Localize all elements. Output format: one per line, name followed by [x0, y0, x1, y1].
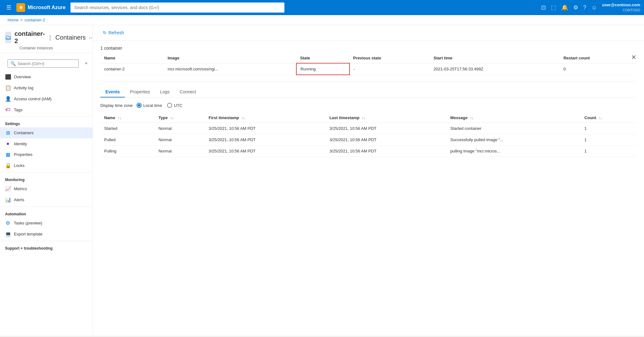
sidebar-search-box[interactable]: 🔍 [8, 59, 79, 68]
radio-local-time[interactable]: Local time [137, 103, 162, 108]
tab-logs[interactable]: Logs [155, 87, 175, 97]
sidebar-item-tags[interactable]: 🏷 Tags [0, 104, 92, 115]
sidebar: 🗂 container-2 | Containers ··· Container… [0, 25, 93, 336]
breadcrumb-current[interactable]: container-2 [25, 18, 45, 22]
event-message: Successfully pulled image "... [446, 134, 580, 146]
more-options-icon[interactable]: ··· [89, 34, 93, 41]
sidebar-item-overview[interactable]: ⬛ Overview [0, 71, 92, 82]
resource-icon: 🗂 [5, 32, 11, 43]
cell-previous-state: - [350, 63, 430, 75]
breadcrumb-home[interactable]: Home [8, 18, 19, 22]
azure-logo: ☀ Microsoft Azure [16, 3, 65, 12]
locks-icon: 🔒 [5, 163, 11, 168]
refresh-button[interactable]: ↻ Refresh [100, 29, 126, 36]
resource-title-row: 🗂 container-2 | Containers ··· [5, 30, 87, 45]
feedback-icon[interactable]: ☺ [591, 4, 597, 11]
cloud-shell-icon[interactable]: ⊡ [541, 4, 546, 11]
resource-type: Containers [55, 34, 86, 41]
event-row-pulling: Pulling Normal 3/25/2021, 10:56 AM PDT 3… [100, 146, 636, 157]
utc-label: UTC [174, 103, 182, 108]
sidebar-item-label: Locks [14, 163, 25, 168]
hamburger-menu[interactable]: ☰ [4, 3, 14, 12]
sidebar-item-activity-log[interactable]: 📋 Activity log [0, 82, 92, 93]
containers-table: Name Image State Previous state Start ti… [100, 53, 636, 75]
sidebar-item-export-template[interactable]: 💻 Export template [0, 229, 92, 240]
overview-icon: ⬛ [5, 74, 11, 80]
sidebar-item-label: Metrics [14, 186, 27, 191]
events-table: Name ↑↓ Type ↑↓ First timestamp ↑↓ Last … [100, 113, 636, 157]
col-state: State [296, 53, 350, 63]
breadcrumb: Home > container-2 [0, 15, 644, 25]
properties-icon: ▦ [5, 152, 11, 157]
resource-subtitle: Container instances [20, 46, 87, 50]
events-col-type: Type ↑↓ [155, 113, 205, 123]
automation-section-label: Automation [0, 208, 92, 218]
user-profile[interactable]: user@contoso.com CONTOSO [602, 3, 640, 12]
event-row-started: Started Normal 3/25/2021, 10:56 AM PDT 3… [100, 123, 636, 134]
content-scroll: 1 container Name Image State Previous st… [93, 41, 644, 336]
sidebar-item-label: Containers [14, 130, 34, 135]
sidebar-search-input[interactable] [18, 61, 76, 66]
event-last-ts: 3/25/2021, 10:56 AM PDT [326, 123, 446, 134]
sort-icon-first[interactable]: ↑↓ [241, 116, 245, 120]
tab-connect[interactable]: Connect [175, 87, 201, 97]
event-name: Pulled [100, 134, 155, 146]
event-count: 1 [581, 146, 636, 157]
timezone-label: Display time zone [100, 103, 133, 108]
event-first-ts: 3/25/2021, 10:56 AM PDT [205, 123, 326, 134]
settings-icon[interactable]: ⚙ [573, 4, 578, 11]
tab-events[interactable]: Events [100, 87, 125, 97]
cell-name: container-2 [100, 63, 164, 75]
radio-utc[interactable]: UTC [167, 103, 182, 108]
sidebar-item-identity[interactable]: ● Identity [0, 138, 92, 149]
sort-icon-count[interactable]: ↑↓ [599, 116, 602, 120]
sort-icon-message[interactable]: ↑↓ [470, 116, 473, 120]
container-count: 1 container [100, 41, 636, 53]
sidebar-item-containers[interactable]: ⊞ Containers [0, 127, 92, 138]
event-last-ts: 3/25/2021, 10:56 AM PDT [326, 146, 446, 157]
tab-properties[interactable]: Properties [125, 87, 155, 97]
sidebar-item-locks[interactable]: 🔒 Locks [0, 160, 92, 171]
main-layout: 🗂 container-2 | Containers ··· Container… [0, 25, 644, 336]
event-first-ts: 3/25/2021, 10:56 AM PDT [205, 134, 326, 146]
sidebar-item-label: Tags [14, 108, 22, 112]
sidebar-item-label: Activity log [14, 86, 33, 90]
cell-state: Running [296, 63, 350, 75]
sidebar-item-alerts[interactable]: 📊 Alerts [0, 194, 92, 205]
refresh-label: Refresh [109, 30, 124, 35]
sidebar-item-properties[interactable]: ▦ Properties [0, 149, 92, 160]
sidebar-item-metrics[interactable]: 📈 Metrics [0, 183, 92, 194]
tasks-icon: ⚙ [5, 220, 11, 226]
cell-restart-count: 0 [560, 63, 636, 75]
directory-icon[interactable]: ⬚ [551, 4, 556, 11]
cell-image: mcr.microsoft.com/oss/ngi... [164, 63, 296, 75]
sort-icon-type[interactable]: ↑↓ [170, 116, 174, 120]
event-count: 1 [581, 123, 636, 134]
activity-log-icon: 📋 [5, 85, 11, 91]
sort-icon-name[interactable]: ↑↓ [118, 116, 121, 120]
event-name: Pulling [100, 146, 155, 157]
global-search-input[interactable] [70, 3, 284, 13]
identity-icon: ● [5, 141, 11, 146]
col-previous-state: Previous state [350, 53, 430, 63]
col-restart-count: Restart count [560, 53, 636, 63]
resource-name: container-2 [14, 30, 45, 45]
event-count: 1 [581, 134, 636, 146]
event-message: Started container [446, 123, 580, 134]
close-button[interactable]: ✕ [631, 53, 636, 61]
notifications-icon[interactable]: 🔔 [561, 4, 568, 11]
refresh-icon: ↻ [103, 30, 107, 35]
sidebar-item-label: Export template [14, 232, 42, 236]
containers-icon: ⊞ [5, 130, 11, 136]
sidebar-search-icon: 🔍 [10, 61, 16, 66]
cell-start-time: 2021-03-25T17:56:33.499Z [430, 63, 560, 75]
support-section-label: Support + troubleshooting [0, 242, 92, 252]
sidebar-item-tasks[interactable]: ⚙ Tasks (preview) [0, 218, 92, 229]
sort-icon-last[interactable]: ↑↓ [362, 116, 365, 120]
sidebar-item-label: Properties [14, 152, 32, 157]
sidebar-navigation: ⬛ Overview 📋 Activity log 👤 Access contr… [0, 71, 92, 336]
help-icon[interactable]: ? [583, 4, 586, 11]
topnav-right-icons: ⊡ ⬚ 🔔 ⚙ ? ☺ user@contoso.com CONTOSO [541, 3, 640, 12]
sidebar-collapse-icon[interactable]: « [84, 59, 89, 67]
sidebar-item-access-control[interactable]: 👤 Access control (IAM) [0, 93, 92, 104]
